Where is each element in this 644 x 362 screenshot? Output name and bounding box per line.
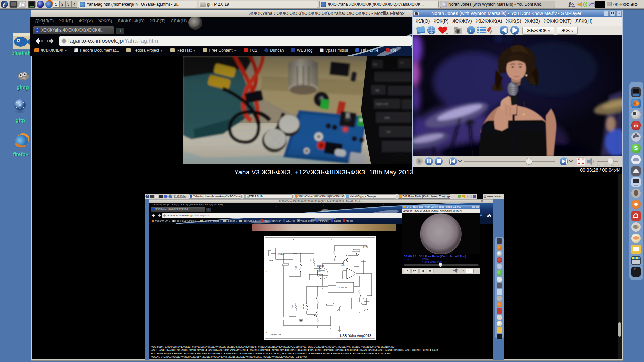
svg-text:17th-May-2013: 17th-May-2013 — [270, 334, 281, 336]
svg-text:0.1uF: 0.1uF — [317, 271, 321, 273]
svg-text:USB: USB — [268, 259, 273, 262]
svg-text:4580: 4580 — [348, 273, 352, 275]
svg-text:♪: ♪ — [462, 269, 464, 273]
svg-text:100K: 100K — [313, 315, 317, 317]
svg-text:i: i — [470, 28, 471, 33]
svg-text:+12V: +12V — [361, 245, 368, 249]
svg-text:C: C — [368, 238, 369, 240]
svg-text:1: 1 — [266, 271, 267, 273]
svg-text:2: 2 — [266, 305, 267, 307]
svg-text:500K: 500K — [291, 305, 293, 309]
svg-text:LTC144CN8: LTC144CN8 — [338, 287, 347, 289]
svg-text:5K POT: 5K POT — [302, 304, 304, 310]
svg-text:ECC82: ECC82 — [317, 265, 324, 267]
svg-text:3: 3 — [266, 331, 267, 333]
svg-text:USBlink: USBlink — [278, 253, 284, 255]
svg-text:USB-Yaha-Amp2013: USB-Yaha-Amp2013 — [340, 334, 371, 338]
svg-text:0.1uF: 0.1uF — [341, 265, 345, 266]
svg-text:47K: 47K — [310, 259, 311, 261]
svg-text:100K: 100K — [295, 266, 297, 270]
